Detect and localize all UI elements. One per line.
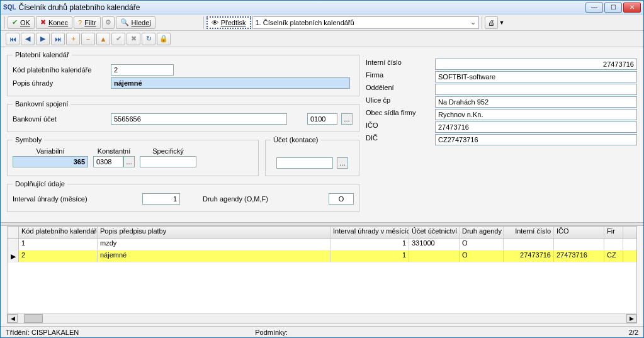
nav-toolbar: ⏮ ◀ ▶ ⏭ ＋ − ▲ ✔ ✖ ↻ 🔒 — [1, 31, 643, 47]
legend-doplnujici: Doplňující údaje — [13, 180, 67, 188]
ucet-kontace-input[interactable] — [276, 157, 333, 169]
variabilni-label: Variabilní — [36, 147, 64, 155]
refresh-button[interactable]: ↻ — [142, 33, 155, 45]
col-druh[interactable]: Druh agendy — [460, 227, 504, 238]
col-ucet[interactable]: Účet účetnictví — [409, 227, 460, 238]
firm-info: Interní číslo27473716 FirmaSOFTBIT-softw… — [366, 51, 637, 216]
scroll-thumb[interactable] — [24, 314, 43, 323]
ico-value[interactable]: 27473716 — [435, 121, 637, 133]
col-kod[interactable]: Kód platebního kalendáře — [19, 227, 98, 238]
col-popis[interactable]: Popis předpisu platby — [98, 227, 330, 238]
main-toolbar: ✔ OK ✖ Konec ? Filtr ⚙ 🔍 Hledej 👁 Předti… — [1, 14, 643, 31]
minimize-button[interactable]: — — [585, 3, 603, 13]
statusbar: Třídění: CISPLAKALEN Podmínky: 2/2 — [1, 326, 643, 337]
status-conditions: Podmínky: — [79, 329, 629, 336]
lock-button[interactable]: 🔒 — [157, 33, 171, 45]
x-icon: ✖ — [40, 18, 46, 26]
popis-label: Popis úhrady — [13, 79, 107, 87]
question-icon: ? — [78, 19, 82, 26]
ucet-kontace-group: Účet (kontace) … — [265, 136, 359, 176]
next-button[interactable]: ▶ — [36, 33, 50, 45]
interval-input[interactable]: 1 — [142, 193, 180, 205]
chevron-down-icon[interactable]: ▼ — [499, 20, 505, 26]
col-interval[interactable]: Interval úhrady v měsících — [330, 227, 409, 238]
variabilni-input[interactable]: 365 — [13, 156, 88, 167]
status-sort: Třídění: CISPLAKALEN — [6, 329, 79, 336]
tool-button[interactable]: ⚙ — [102, 16, 115, 29]
bank-lookup-button[interactable]: … — [341, 113, 353, 125]
col-interni[interactable]: Interní číslo — [504, 227, 554, 238]
search-icon: 🔍 — [120, 18, 129, 26]
obec-value[interactable]: Rychnov n.Kn. — [435, 109, 637, 120]
wrench-icon: ⚙ — [105, 18, 111, 26]
horizontal-scrollbar[interactable]: ◀ ▶ — [8, 313, 636, 323]
chevron-down-icon: ⌄ — [470, 18, 476, 26]
preview-icon: 👁 — [212, 19, 218, 26]
dic-label: DIČ — [366, 134, 435, 145]
kod-label: Kód platebního kalendáře — [13, 66, 107, 74]
interni-label: Interní číslo — [366, 59, 435, 70]
ok-button[interactable]: ✔ OK — [8, 16, 35, 29]
firma-value[interactable]: SOFTBIT-software — [435, 71, 637, 82]
discard-button[interactable]: ✖ — [127, 33, 140, 45]
table-row[interactable]: ▶ 2 nájemné 1 O 27473716 27473716 CZ — [8, 251, 636, 262]
maximize-button[interactable]: ☐ — [604, 3, 622, 13]
add-button[interactable]: ＋ — [66, 33, 80, 45]
specificky-input[interactable] — [140, 156, 196, 167]
konstantni-lookup-button[interactable]: … — [123, 156, 135, 167]
table-row[interactable]: 1 mzdy 1 331000 O — [8, 239, 636, 251]
confirm-button[interactable]: ✔ — [111, 33, 125, 45]
search-button[interactable]: 🔍 Hledej — [116, 16, 155, 29]
ulice-value[interactable]: Na Drahách 952 — [435, 96, 637, 108]
kod-input[interactable]: 2 — [111, 64, 174, 76]
cancel-button[interactable]: ✖ Konec — [36, 16, 72, 29]
predtisk-button[interactable]: 👁 Předtisk — [206, 16, 251, 29]
doplnujici-group: Doplňující údaje Interval úhrady (měsíce… — [7, 180, 359, 212]
bank-ucet-label: Bankovní účet — [13, 115, 107, 123]
bank-code-input[interactable]: 0100 — [307, 113, 337, 125]
legend-platebni-kalendar: Platební kalendář — [13, 51, 72, 59]
legend-ucet-kontace: Účet (kontace) — [271, 136, 321, 144]
app-icon: SQL — [3, 4, 16, 11]
scroll-left-icon[interactable]: ◀ — [8, 314, 18, 323]
print-template-combo[interactable]: 1. Číselník platebních kalendářů ⌄ — [252, 16, 479, 29]
obec-label: Obec sídla firmy — [366, 109, 435, 120]
oddeleni-value[interactable] — [435, 84, 637, 95]
interni-value[interactable]: 27473716 — [435, 59, 637, 70]
remove-button[interactable]: − — [81, 33, 95, 45]
col-fir[interactable]: Fir — [604, 227, 623, 238]
platebni-kalendar-group: Platební kalendář Kód platebního kalendá… — [7, 51, 359, 96]
col-ico[interactable]: IČO — [554, 227, 604, 238]
konstantni-label: Konstantní — [98, 147, 131, 155]
scroll-right-icon[interactable]: ▶ — [626, 314, 636, 323]
interval-label: Interval úhrady (měsíce) — [13, 195, 138, 203]
ico-label: IČO — [366, 121, 435, 133]
data-grid[interactable]: Kód platebního kalendáře Popis předpisu … — [7, 226, 637, 324]
check-icon: ✔ — [12, 18, 18, 26]
close-button[interactable]: ✕ — [623, 3, 641, 13]
combo-value: 1. Číselník platebních kalendářů — [256, 19, 354, 26]
bankovni-spojeni-group: Bankovní spojení Bankovní účet 5565656 0… — [7, 100, 359, 132]
status-counter: 2/2 — [629, 329, 638, 336]
grid-header: Kód platebního kalendáře Popis předpisu … — [8, 227, 636, 239]
app-window: SQL Číselník druhů platebního kalendáře … — [0, 0, 644, 338]
window-title: Číselník druhů platebního kalendáře — [19, 3, 585, 12]
oddeleni-label: Oddělení — [366, 84, 435, 95]
legend-bankovni-spojeni: Bankovní spojení — [13, 100, 71, 108]
konstantni-input[interactable]: 0308 — [93, 156, 123, 167]
druh-agendy-label: Druh agendy (O,M,F) — [203, 195, 268, 203]
firma-label: Firma — [366, 71, 435, 82]
specificky-label: Specifický — [152, 147, 184, 155]
ucet-lookup-button[interactable]: … — [337, 157, 348, 169]
last-button[interactable]: ⏭ — [51, 33, 65, 45]
druh-agendy-input[interactable]: O — [329, 193, 354, 205]
edit-button[interactable]: ▲ — [96, 33, 110, 45]
dic-value[interactable]: CZ27473716 — [435, 134, 637, 145]
first-button[interactable]: ⏮ — [6, 33, 20, 45]
ulice-label: Ulice čp — [366, 96, 435, 108]
print-button[interactable]: 🖨 — [485, 16, 498, 29]
bank-ucet-input[interactable]: 5565656 — [111, 113, 287, 125]
popis-input[interactable]: nájemné — [111, 77, 350, 89]
filter-button[interactable]: ? Filtr — [74, 16, 100, 29]
prev-button[interactable]: ◀ — [21, 33, 35, 45]
